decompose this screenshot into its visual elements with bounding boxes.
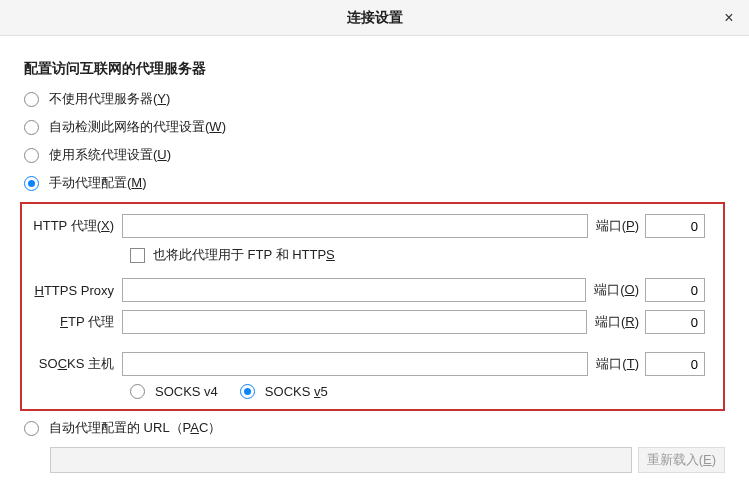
https-proxy-row: HTTPS Proxy 端口(O) [32, 278, 705, 302]
radio-no-proxy[interactable]: 不使用代理服务器(Y) [24, 90, 725, 108]
radio-auto-detect[interactable]: 自动检测此网络的代理设置(W) [24, 118, 725, 136]
http-proxy-input[interactable] [122, 214, 588, 238]
radio-socks-v5[interactable]: SOCKS v5 [240, 384, 328, 399]
socks-host-row: SOCKS 主机 端口(T) [32, 352, 705, 376]
also-use-row[interactable]: 也将此代理用于 FTP 和 HTTPS [130, 246, 705, 264]
radio-pac-url[interactable]: 自动代理配置的 URL（PAC） [24, 419, 725, 437]
radio-label: 自动代理配置的 URL（PAC） [49, 419, 221, 437]
http-proxy-label: HTTP 代理(X) [32, 217, 122, 235]
radio-label: 手动代理配置(M) [49, 174, 147, 192]
checkbox-icon [130, 248, 145, 263]
radio-label: 使用系统代理设置(U) [49, 146, 171, 164]
socks-v4-label: SOCKS v4 [155, 384, 218, 399]
socks-v5-label: SOCKS v5 [265, 384, 328, 399]
section-title: 配置访问互联网的代理服务器 [24, 60, 725, 78]
radio-system-proxy[interactable]: 使用系统代理设置(U) [24, 146, 725, 164]
reload-button[interactable]: 重新载入(E) [638, 447, 725, 473]
pac-url-input[interactable] [50, 447, 632, 473]
radio-manual-proxy[interactable]: 手动代理配置(M) [24, 174, 725, 192]
socks-host-label: SOCKS 主机 [32, 355, 122, 373]
ftp-port-label: 端口(R) [595, 313, 639, 331]
socks-port-label: 端口(T) [596, 355, 639, 373]
http-proxy-row: HTTP 代理(X) 端口(P) [32, 214, 705, 238]
titlebar: 连接设置 × [0, 0, 749, 36]
http-port-label: 端口(P) [596, 217, 639, 235]
https-port-label: 端口(O) [594, 281, 639, 299]
radio-label: 不使用代理服务器(Y) [49, 90, 170, 108]
radio-icon [24, 148, 39, 163]
close-icon[interactable]: × [719, 8, 739, 28]
ftp-proxy-label: FTP 代理 [32, 313, 122, 331]
radio-icon [130, 384, 145, 399]
ftp-proxy-input[interactable] [122, 310, 587, 334]
radio-label: 自动检测此网络的代理设置(W) [49, 118, 226, 136]
socks-host-input[interactable] [122, 352, 588, 376]
socks-port-input[interactable] [645, 352, 705, 376]
https-proxy-input[interactable] [122, 278, 586, 302]
manual-proxy-box: HTTP 代理(X) 端口(P) 也将此代理用于 FTP 和 HTTPS HTT… [20, 202, 725, 411]
dialog-title: 连接设置 [347, 9, 403, 27]
also-use-label: 也将此代理用于 FTP 和 HTTPS [153, 246, 335, 264]
radio-icon [24, 421, 39, 436]
content-area: 配置访问互联网的代理服务器 不使用代理服务器(Y) 自动检测此网络的代理设置(W… [0, 36, 749, 473]
radio-icon [24, 92, 39, 107]
radio-socks-v4[interactable]: SOCKS v4 [130, 384, 218, 399]
pac-row: 重新载入(E) [24, 447, 725, 473]
radio-icon [24, 176, 39, 191]
ftp-proxy-row: FTP 代理 端口(R) [32, 310, 705, 334]
https-port-input[interactable] [645, 278, 705, 302]
radio-icon [240, 384, 255, 399]
ftp-port-input[interactable] [645, 310, 705, 334]
http-port-input[interactable] [645, 214, 705, 238]
https-proxy-label: HTTPS Proxy [32, 283, 122, 298]
socks-version-row: SOCKS v4 SOCKS v5 [130, 384, 705, 399]
radio-icon [24, 120, 39, 135]
